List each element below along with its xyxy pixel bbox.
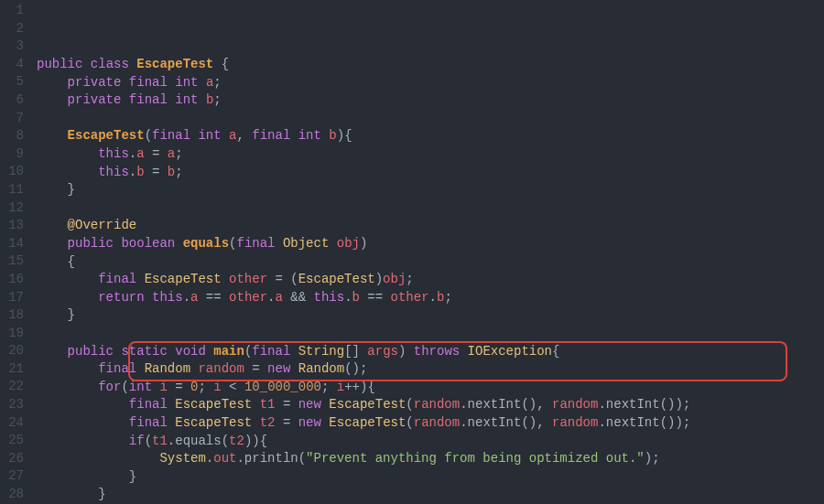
line-number: 5 — [0, 73, 31, 91]
line-number: 28 — [0, 486, 31, 504]
code-line — [37, 110, 690, 128]
line-number: 18 — [0, 306, 31, 325]
line-number: 23 — [0, 396, 31, 414]
line-number: 11 — [0, 181, 31, 199]
code-line: System.out.println("Prevent anything fro… — [37, 450, 690, 468]
code-line: } — [37, 486, 690, 504]
code-line: public static void main(final String[] a… — [37, 343, 690, 361]
code-line: } — [37, 468, 690, 487]
code-line: private final int a; — [37, 74, 690, 92]
line-number: 9 — [0, 145, 31, 164]
code-line: this.a = a; — [37, 145, 690, 164]
line-number: 24 — [0, 414, 31, 433]
line-number: 17 — [0, 289, 31, 307]
code-line: for(int i = 0; i < 10_000_000; i++){ — [37, 379, 690, 397]
line-number: 10 — [0, 163, 31, 181]
line-number: 1 — [0, 2, 31, 20]
line-number: 16 — [0, 271, 31, 289]
code-line: return this.a == other.a && this.b == ot… — [37, 289, 690, 307]
line-number: 6 — [0, 91, 31, 110]
code-line: EscapeTest(final int a, final int b){ — [37, 127, 690, 145]
code-line: private final int b; — [37, 91, 690, 110]
line-number: 13 — [0, 217, 31, 235]
code-line: public boolean equals(final Object obj) — [37, 235, 690, 253]
code-line: this.b = b; — [37, 164, 690, 182]
line-number: 2 — [0, 20, 31, 38]
code-line: } — [37, 306, 690, 325]
line-number: 19 — [0, 325, 31, 343]
line-number: 12 — [0, 199, 31, 218]
line-number: 4 — [0, 56, 31, 74]
line-number: 15 — [0, 252, 31, 271]
code-line: public class EscapeTest { — [37, 56, 690, 74]
line-number: 20 — [0, 342, 31, 360]
code-line: { — [37, 253, 690, 272]
code-line: final EscapeTest other = (EscapeTest)obj… — [37, 271, 690, 289]
line-number: 8 — [0, 127, 31, 145]
line-number: 25 — [0, 432, 31, 450]
code-line: final Random random = new Random(); — [37, 360, 690, 379]
code-line — [37, 199, 690, 218]
code-line: final EscapeTest t2 = new EscapeTest(ran… — [37, 414, 690, 433]
code-editor[interactable]: 1234567891011121314151617181920212223242… — [0, 0, 824, 504]
code-area[interactable]: public class EscapeTest { private final … — [31, 0, 690, 504]
code-line: final EscapeTest t1 = new EscapeTest(ran… — [37, 396, 690, 414]
line-number: 14 — [0, 235, 31, 253]
code-line: if(t1.equals(t2)){ — [37, 433, 690, 451]
line-number: 21 — [0, 360, 31, 379]
line-number: 26 — [0, 450, 31, 468]
code-line: @Override — [37, 217, 690, 235]
code-line — [37, 325, 690, 343]
line-number: 7 — [0, 110, 31, 128]
code-line: } — [37, 181, 690, 199]
line-number: 3 — [0, 38, 31, 56]
line-number-gutter: 1234567891011121314151617181920212223242… — [0, 0, 31, 504]
line-number: 22 — [0, 378, 31, 396]
line-number: 27 — [0, 467, 31, 486]
